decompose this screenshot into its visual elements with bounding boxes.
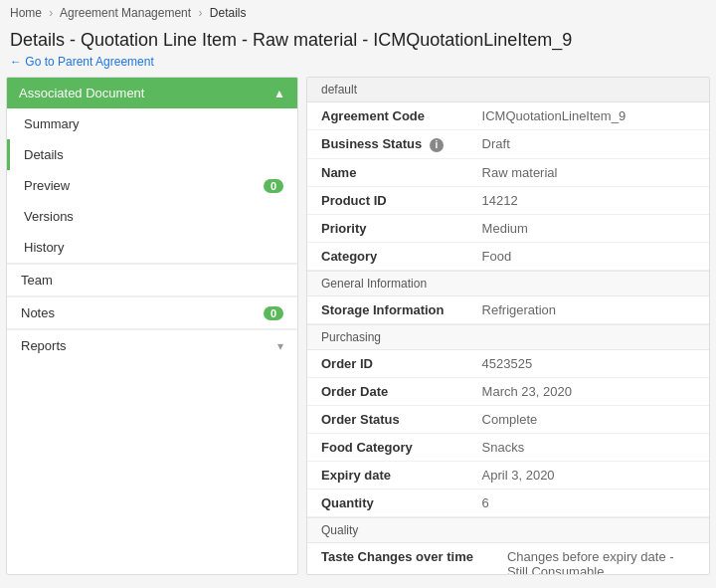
category-label: Category [307, 242, 468, 270]
table-row: Food Category Snacks [307, 433, 709, 461]
sidebar-item-preview[interactable]: Preview 0 [7, 170, 297, 201]
breadcrumb-sep-2: › [198, 6, 202, 20]
food-category-label: Food Category [307, 433, 468, 461]
order-status-value: Complete [468, 405, 709, 433]
parent-link-container: ← Go to Parent Agreement [0, 53, 716, 77]
breadcrumb-home[interactable]: Home [10, 6, 42, 20]
agreement-code-value: ICMQuotationLineItem_9 [468, 102, 709, 130]
associated-document-chevron: ▲ [273, 87, 285, 100]
priority-label: Priority [307, 214, 468, 242]
agreement-code-label: Agreement Code [307, 102, 468, 130]
purchasing-label: Purchasing [307, 324, 709, 350]
table-row: Order Date March 23, 2020 [307, 377, 709, 405]
sidebar-versions-label: Versions [24, 209, 74, 224]
order-id-value: 4523525 [468, 350, 709, 378]
sidebar-item-versions[interactable]: Versions [7, 201, 297, 232]
business-status-label: Business Status i [307, 130, 468, 159]
quality-fields-table: Taste Changes over time Changes before e… [307, 543, 709, 575]
general-fields-table: Storage Information Refrigeration [307, 296, 709, 324]
default-section-label: default [307, 78, 709, 102]
notes-label: Notes [21, 305, 55, 320]
expiry-date-value: April 3, 2020 [468, 461, 709, 489]
sidebar-item-notes[interactable]: Notes 0 [7, 296, 297, 328]
storage-info-value: Refrigeration [468, 296, 709, 324]
quality-label: Quality [307, 517, 709, 543]
taste-changes-label: Taste Changes over time [307, 543, 493, 575]
associated-document-header[interactable]: Associated Document ▲ [7, 78, 297, 108]
expiry-date-label: Expiry date [307, 461, 468, 489]
quantity-value: 6 [468, 489, 709, 516]
table-row: Priority Medium [307, 214, 709, 242]
breadcrumb: Home › Agreement Management › Details [0, 0, 716, 26]
main-fields-table: Agreement Code ICMQuotationLineItem_9 Bu… [307, 102, 709, 271]
name-value: Raw material [468, 158, 709, 186]
product-id-label: Product ID [307, 186, 468, 214]
category-value: Food [468, 242, 709, 270]
order-date-value: March 23, 2020 [468, 377, 709, 405]
table-row: Business Status i Draft [307, 130, 709, 159]
breadcrumb-details: Details [210, 6, 247, 20]
sidebar-history-label: History [24, 240, 64, 255]
table-row: Taste Changes over time Changes before e… [307, 543, 709, 575]
reports-label: Reports [21, 338, 67, 353]
sidebar-item-history[interactable]: History [7, 232, 297, 263]
storage-info-label: Storage Information [307, 296, 468, 324]
business-status-value: Draft [468, 130, 709, 159]
sidebar: Associated Document ▲ Summary Details Pr… [6, 77, 298, 575]
taste-changes-value: Changes before expiry date - Still Consu… [493, 543, 709, 575]
associated-document-label: Associated Document [19, 86, 144, 100]
table-row: Order Status Complete [307, 405, 709, 433]
table-row: Order ID 4523525 [307, 350, 709, 378]
content-area: default Agreement Code ICMQuotationLineI… [306, 77, 710, 575]
sidebar-summary-label: Summary [24, 116, 80, 131]
page-title: Details - Quotation Line Item - Raw mate… [0, 26, 716, 53]
breadcrumb-agreement[interactable]: Agreement Management [60, 6, 191, 20]
go-to-parent-link[interactable]: ← Go to Parent Agreement [10, 55, 706, 69]
sidebar-preview-label: Preview [24, 178, 70, 193]
table-row: Storage Information Refrigeration [307, 296, 709, 324]
breadcrumb-sep-1: › [49, 6, 53, 20]
business-status-info-icon: i [430, 138, 444, 152]
table-row: Product ID 14212 [307, 186, 709, 214]
team-label: Team [21, 273, 53, 288]
order-id-label: Order ID [307, 350, 468, 378]
table-row: Name Raw material [307, 158, 709, 186]
product-id-value: 14212 [468, 186, 709, 214]
preview-badge: 0 [264, 179, 283, 193]
sidebar-item-summary[interactable]: Summary [7, 108, 297, 139]
priority-value: Medium [468, 214, 709, 242]
order-date-label: Order Date [307, 377, 468, 405]
sidebar-details-label: Details [24, 147, 64, 162]
table-row: Expiry date April 3, 2020 [307, 461, 709, 489]
quantity-label: Quantity [307, 489, 468, 516]
table-row: Quantity 6 [307, 489, 709, 516]
sidebar-item-details[interactable]: Details [7, 139, 297, 170]
notes-badge: 0 [264, 306, 283, 320]
sidebar-item-team[interactable]: Team [7, 264, 297, 295]
food-category-value: Snacks [468, 433, 709, 461]
table-row: Category Food [307, 242, 709, 270]
purchasing-fields-table: Order ID 4523525 Order Date March 23, 20… [307, 350, 709, 517]
reports-chevron: ▾ [277, 339, 283, 353]
sidebar-item-reports[interactable]: Reports ▾ [7, 329, 297, 361]
general-info-label: General Information [307, 271, 709, 296]
table-row: Agreement Code ICMQuotationLineItem_9 [307, 102, 709, 130]
order-status-label: Order Status [307, 405, 468, 433]
name-label: Name [307, 158, 468, 186]
